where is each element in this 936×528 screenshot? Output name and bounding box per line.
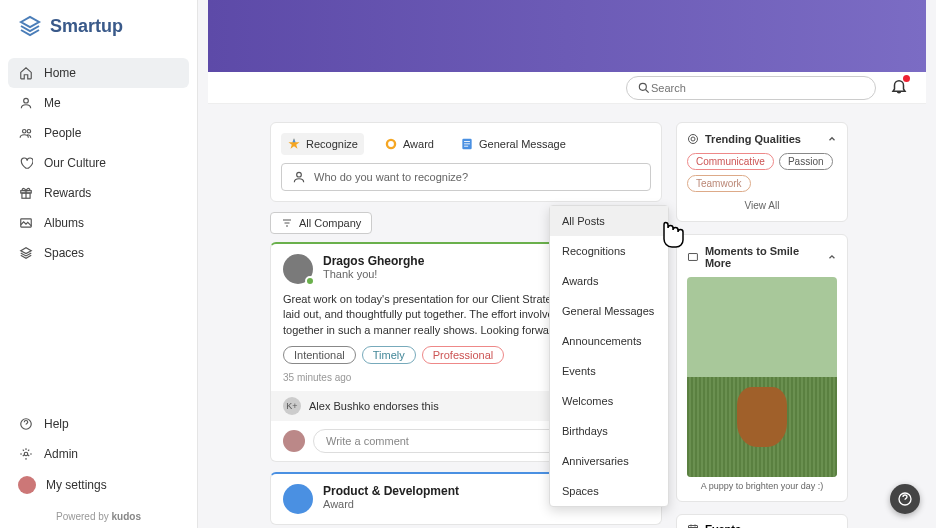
endorse-avatar: K+: [283, 397, 301, 415]
notifications-button[interactable]: [890, 77, 908, 99]
moments-card: Moments to Smile More A puppy to brighte…: [676, 234, 848, 502]
filter-label: All Company: [299, 217, 361, 229]
nav-me[interactable]: Me: [8, 88, 189, 118]
search-box[interactable]: [626, 76, 876, 100]
chevron-up-icon[interactable]: [827, 134, 837, 144]
person-icon: [292, 170, 306, 184]
events-title: Events: [705, 523, 741, 528]
recognize-input[interactable]: Who do you want to recognize?: [281, 163, 651, 191]
nav-label: Me: [44, 96, 61, 110]
nav-help[interactable]: Help: [8, 409, 189, 439]
tag[interactable]: Intentional: [283, 346, 356, 364]
avatar-icon: [18, 476, 36, 494]
quality-tag[interactable]: Teamwork: [687, 175, 751, 192]
nav-label: Spaces: [44, 246, 84, 260]
layers-icon: [18, 245, 34, 261]
svg-rect-12: [464, 141, 470, 142]
svg-rect-13: [464, 143, 470, 144]
tab-award[interactable]: Award: [378, 133, 440, 155]
svg-point-2: [27, 130, 31, 134]
view-all-link[interactable]: View All: [687, 200, 837, 211]
nav-culture[interactable]: Our Culture: [8, 148, 189, 178]
status-badge: [305, 276, 315, 286]
nav-label: Rewards: [44, 186, 91, 200]
help-fab[interactable]: [890, 484, 920, 514]
tab-label: Award: [403, 138, 434, 150]
dropdown-item[interactable]: Birthdays: [550, 416, 668, 446]
compose-card: Recognize Award General Message Who do y…: [270, 122, 662, 202]
gift-icon: [18, 185, 34, 201]
compose-tabs: Recognize Award General Message: [281, 133, 651, 155]
dropdown-item[interactable]: All Posts: [550, 206, 668, 236]
tag[interactable]: Professional: [422, 346, 505, 364]
card-title: Moments to Smile More: [705, 245, 827, 269]
nav-admin[interactable]: Admin: [8, 439, 189, 469]
chevron-up-icon[interactable]: [827, 252, 837, 262]
nav-rewards[interactable]: Rewards: [8, 178, 189, 208]
tab-label: General Message: [479, 138, 566, 150]
events-card[interactable]: Events: [676, 514, 848, 528]
svg-point-10: [388, 141, 394, 147]
nav-people[interactable]: People: [8, 118, 189, 148]
avatar[interactable]: [283, 484, 313, 514]
badge-icon: [384, 137, 398, 151]
svg-point-17: [691, 137, 695, 141]
search-icon: [637, 81, 651, 95]
dropdown-item[interactable]: Announcements: [550, 326, 668, 356]
post-author[interactable]: Product & Development: [323, 484, 459, 498]
dropdown-item[interactable]: Welcomes: [550, 386, 668, 416]
dropdown-item[interactable]: Recognitions: [550, 236, 668, 266]
nav-settings[interactable]: My settings: [8, 469, 189, 501]
svg-point-1: [23, 130, 27, 134]
filter-button[interactable]: All Company: [270, 212, 372, 234]
dropdown-item[interactable]: Spaces: [550, 476, 668, 506]
moments-image[interactable]: [687, 277, 837, 477]
quality-tag[interactable]: Communicative: [687, 153, 774, 170]
people-icon: [18, 125, 34, 141]
nav-label: Help: [44, 417, 69, 431]
moments-caption: A puppy to brighten your day :): [687, 481, 837, 491]
tab-general[interactable]: General Message: [454, 133, 572, 155]
help-icon: [18, 416, 34, 432]
help-icon: [897, 491, 913, 507]
nav-home[interactable]: Home: [8, 58, 189, 88]
dropdown-item[interactable]: Events: [550, 356, 668, 386]
gear-icon: [18, 446, 34, 462]
post-subtitle: Thank you!: [323, 268, 424, 280]
search-input[interactable]: [651, 82, 865, 94]
dropdown-item[interactable]: Anniversaries: [550, 446, 668, 476]
tag[interactable]: Timely: [362, 346, 416, 364]
home-icon: [18, 65, 34, 81]
nav-label: Admin: [44, 447, 78, 461]
recognize-placeholder: Who do you want to recognize?: [314, 171, 468, 183]
avatar[interactable]: [283, 430, 305, 452]
nav-label: Home: [44, 66, 76, 80]
card-title: Trending Qualities: [705, 133, 801, 145]
svg-rect-14: [464, 146, 468, 147]
tab-recognize[interactable]: Recognize: [281, 133, 364, 155]
nav-albums[interactable]: Albums: [8, 208, 189, 238]
star-icon: [287, 137, 301, 151]
nav-spaces[interactable]: Spaces: [8, 238, 189, 268]
filter-icon: [281, 217, 293, 229]
post-author[interactable]: Dragos Gheorghe: [323, 254, 424, 268]
notification-dot: [903, 75, 910, 82]
post-subtitle: Award: [323, 498, 459, 510]
trending-card: Trending Qualities Communicative Passion…: [676, 122, 848, 222]
nav-list: Home Me People Our Culture Rewards Album…: [0, 52, 197, 403]
dropdown-item[interactable]: Awards: [550, 266, 668, 296]
quality-tag[interactable]: Passion: [779, 153, 833, 170]
sidebar: Smartup Home Me People Our Culture Rewar…: [0, 0, 198, 528]
nav-label: My settings: [46, 478, 107, 492]
svg-point-15: [297, 172, 302, 177]
topbar: [208, 72, 926, 104]
svg-point-7: [24, 452, 28, 456]
nav-bottom: Help Admin My settings: [0, 403, 197, 505]
logo[interactable]: Smartup: [0, 0, 197, 52]
svg-point-16: [689, 135, 698, 144]
endorse-text: Alex Bushko endorses this: [309, 400, 439, 412]
dropdown-item[interactable]: General Messages: [550, 296, 668, 326]
avatar[interactable]: [283, 254, 313, 284]
albums-icon: [18, 215, 34, 231]
heart-icon: [18, 155, 34, 171]
